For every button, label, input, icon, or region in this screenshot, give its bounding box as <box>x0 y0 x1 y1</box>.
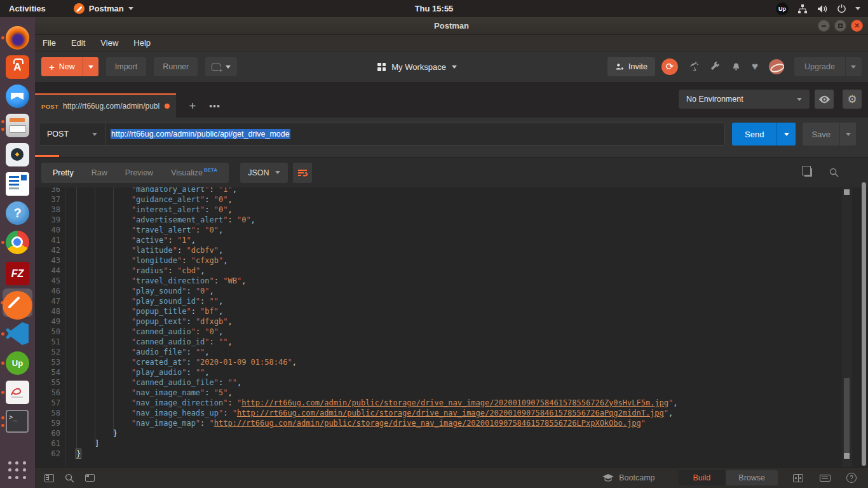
chevron-down-icon <box>275 171 280 174</box>
editor-scroll-handle-top[interactable] <box>844 189 850 195</box>
bell-icon[interactable] <box>731 62 741 72</box>
code-line: 44 "radius": "cbd", <box>35 266 868 276</box>
heart-icon[interactable]: ♥ <box>752 60 758 73</box>
invite-button[interactable]: Invite <box>607 57 655 76</box>
dock-rhythmbox-icon[interactable] <box>6 143 29 166</box>
upgrade-dropdown-button[interactable] <box>845 57 862 76</box>
menu-help[interactable]: Help <box>126 35 158 51</box>
code-line: 57 "nav_image_direction": "http://rt66ug… <box>35 398 868 408</box>
activities-button[interactable]: Activities <box>0 0 55 17</box>
shortcuts-button[interactable] <box>817 470 832 485</box>
upgrade-button[interactable]: Upgrade <box>794 57 845 76</box>
dock-postman-icon[interactable] <box>3 288 32 317</box>
upwork-tray-icon[interactable]: Up <box>776 3 789 15</box>
dock-notes-icon[interactable] <box>6 381 29 404</box>
ubuntu-dock: A ? FZ Up >_ <box>0 17 35 488</box>
toggle-sidebar-button[interactable] <box>41 470 57 485</box>
send-button[interactable]: Send <box>732 123 776 146</box>
system-tray[interactable]: Up <box>776 3 868 15</box>
code-line: 50 "canned_audio": "0", <box>35 327 868 337</box>
format-selector[interactable]: JSON <box>240 163 288 183</box>
minimize-button[interactable] <box>818 20 830 32</box>
save-dropdown-button[interactable] <box>839 123 856 146</box>
dock-help-icon[interactable]: ? <box>6 201 29 225</box>
new-window-icon <box>212 64 220 71</box>
new-button[interactable]: + New <box>41 57 83 76</box>
dock-upwork-icon[interactable]: Up <box>6 351 29 375</box>
editor-scroll-handle-bottom[interactable] <box>844 453 850 459</box>
new-dropdown-button[interactable] <box>83 57 98 76</box>
console-icon <box>85 474 95 482</box>
sync-icon[interactable]: ⟳ <box>661 58 678 75</box>
code-line: 39 "advertisement_alert": "0", <box>35 215 868 225</box>
app-menu[interactable]: Postman <box>74 3 133 14</box>
chevron-down-icon <box>855 7 860 10</box>
tab-raw[interactable]: Raw <box>83 163 116 183</box>
menu-view[interactable]: View <box>93 35 126 51</box>
import-button[interactable]: Import <box>106 57 146 76</box>
dock-filezilla-icon[interactable]: FZ <box>6 262 29 285</box>
new-window-button[interactable] <box>205 57 237 76</box>
request-tab[interactable]: POST http://rt66ug.com/admin/publ... <box>35 93 176 118</box>
send-dropdown-button[interactable] <box>776 123 796 146</box>
power-icon <box>837 4 846 13</box>
menu-file[interactable]: File <box>35 35 64 51</box>
satellite-icon[interactable] <box>689 62 700 72</box>
bootcamp-button[interactable]: Bootcamp <box>602 473 654 482</box>
tab-options-button[interactable]: ••• <box>205 97 224 115</box>
open-new-tab-button[interactable]: + <box>184 97 201 115</box>
build-toggle[interactable]: Build <box>678 470 726 485</box>
chevron-down-icon <box>226 65 231 69</box>
environment-selector[interactable]: No Environment <box>679 90 810 109</box>
copy-button[interactable] <box>801 165 816 180</box>
browse-toggle[interactable]: Browse <box>726 470 778 485</box>
code-lines[interactable]: 36 "mandatory_alert": "1",37 "guidance_a… <box>35 187 868 459</box>
wrap-text-button[interactable] <box>293 163 312 183</box>
pane-scrollbar[interactable] <box>862 182 866 466</box>
url-input[interactable]: http://rt66ug.com/admin/public/api/get_d… <box>105 123 724 145</box>
search-icon <box>65 473 74 483</box>
save-button[interactable]: Save <box>803 123 839 146</box>
title-bar[interactable]: Postman ✕ <box>35 17 868 35</box>
environment-quick-look-button[interactable] <box>815 90 834 109</box>
maximize-button[interactable] <box>834 20 846 32</box>
wrench-icon[interactable] <box>710 62 721 72</box>
dock-ubuntu-software-icon[interactable]: A <box>6 55 29 79</box>
search-button[interactable] <box>62 470 77 485</box>
dock-file-archiver-icon[interactable] <box>6 114 29 137</box>
upgrade-button-group: Upgrade <box>794 57 862 76</box>
tab-pretty[interactable]: Pretty <box>44 163 83 183</box>
dock-libreoffice-writer-icon[interactable] <box>6 172 29 196</box>
wrap-text-icon <box>297 168 308 177</box>
settings-gear-button[interactable]: ⚙ <box>843 90 862 109</box>
response-body[interactable]: 36 "mandatory_alert": "1",37 "guidance_a… <box>35 187 868 467</box>
dock-terminal-icon[interactable]: >_ <box>6 410 29 433</box>
dock-app-grid-icon[interactable] <box>8 461 27 480</box>
dock-thunderbird-icon[interactable] <box>6 85 29 108</box>
search-response-button[interactable] <box>826 165 841 180</box>
save-button-group: Save <box>803 123 856 146</box>
runner-button[interactable]: Runner <box>154 57 198 76</box>
chevron-down-icon <box>128 7 133 10</box>
avatar[interactable] <box>769 59 784 74</box>
dock-firefox-icon[interactable] <box>6 26 29 50</box>
workspace-grid-icon <box>377 63 386 71</box>
editor-scrollbar-thumb[interactable] <box>844 378 850 453</box>
build-browse-toggle: Build Browse <box>678 470 778 485</box>
method-selector[interactable]: POST <box>39 123 105 145</box>
console-button[interactable] <box>82 470 97 485</box>
toolbar-right-icons: ⟳ ♥ <box>661 58 784 75</box>
tab-preview[interactable]: Preview <box>116 163 162 183</box>
invite-label: Invite <box>628 62 648 71</box>
tab-visualize[interactable]: VisualizeBETA <box>162 163 226 183</box>
dock-vscode-icon[interactable] <box>6 322 29 346</box>
workspace-switcher[interactable]: My Workspace <box>377 62 457 72</box>
response-header: Pretty Raw Preview VisualizeBETA JSON <box>35 157 868 187</box>
app-menu-label: Postman <box>89 4 124 13</box>
help-button[interactable]: ? <box>844 470 859 485</box>
close-button[interactable]: ✕ <box>851 20 863 32</box>
menu-edit[interactable]: Edit <box>64 35 93 51</box>
unsaved-dot-icon <box>165 104 170 109</box>
two-pane-view-button[interactable] <box>790 470 806 485</box>
dock-chrome-icon[interactable] <box>6 231 29 254</box>
